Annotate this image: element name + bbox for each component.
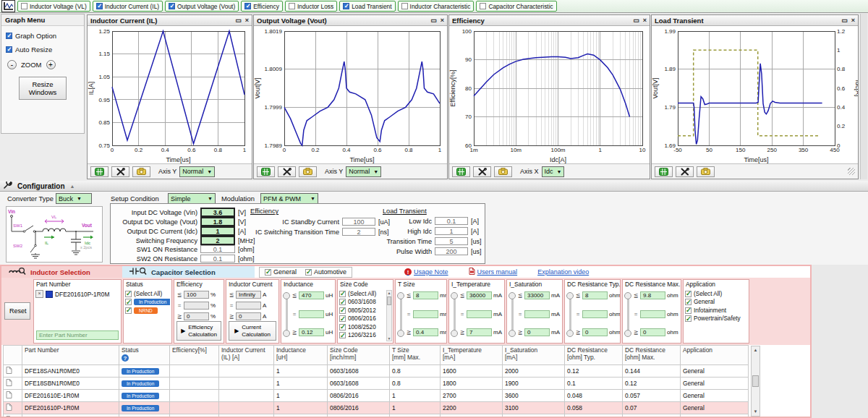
table-row-dfe18sbn1r0me0[interactable]: DFE18SBN1R0ME0In Production10603/16080.8… bbox=[4, 378, 749, 390]
snapshot-button[interactable] bbox=[299, 166, 317, 177]
chart-settings-button[interactable] bbox=[111, 166, 129, 177]
column-header-i-saturation-ma[interactable]: I_Saturation[mA] bbox=[503, 346, 565, 365]
checkbox[interactable] bbox=[244, 3, 251, 9]
graph-toggle-inductor-characteristic[interactable]: Inductor Characteristic bbox=[398, 1, 475, 12]
column-header-t-size-mm-max[interactable]: T Size[mm] Max. bbox=[390, 346, 441, 365]
list-scrollbar[interactable]: ▲▼ bbox=[386, 290, 392, 341]
export-csv-button[interactable] bbox=[452, 166, 470, 177]
column-header-size-code-inch-mm[interactable]: Size Code[inch/mm] bbox=[328, 346, 390, 365]
scroll-thumb[interactable] bbox=[387, 297, 391, 305]
field-value[interactable]: 200 bbox=[435, 247, 468, 255]
checkbox[interactable] bbox=[343, 3, 349, 9]
automotive-checkbox[interactable]: Automotive bbox=[305, 268, 346, 276]
close-icon[interactable]: × bbox=[245, 17, 249, 24]
configuration-bar[interactable]: Configuration ▲ bbox=[0, 181, 868, 192]
filter-value-input[interactable]: 7 bbox=[467, 328, 492, 336]
close-icon[interactable]: × bbox=[643, 17, 647, 24]
setup-condition-select[interactable]: Simple▼ bbox=[168, 193, 216, 204]
explanation-video-link[interactable]: Explanation video bbox=[537, 268, 589, 276]
checkbox[interactable] bbox=[6, 33, 12, 39]
maximize-icon[interactable]: ▭ bbox=[841, 17, 848, 24]
filter-value-input[interactable]: 8 bbox=[582, 291, 608, 299]
checklist-item[interactable]: 0603/1608 bbox=[339, 299, 391, 305]
table-row-dfe18san1r0me0[interactable]: DFE18SAN1R0ME0In Production10603/16080.8… bbox=[4, 365, 749, 378]
cell-part-number[interactable]: DFE201610E-1R0M bbox=[22, 390, 119, 402]
cell-part-number[interactable]: DFE18SBN1R0ME0 bbox=[22, 378, 119, 390]
efficiency-calculation-button[interactable]: ▶EfficiencyCalculation bbox=[176, 321, 221, 341]
filter-value-input[interactable] bbox=[582, 310, 608, 318]
usage-note-link[interactable]: ! Usage Note bbox=[404, 268, 448, 276]
slider-knob-lower[interactable] bbox=[509, 330, 516, 337]
chart-settings-button[interactable] bbox=[676, 166, 694, 177]
scroll-thumb[interactable] bbox=[752, 375, 759, 387]
auto-resize-checkbox[interactable]: Auto Resize bbox=[6, 46, 80, 54]
column-header-application[interactable]: Application bbox=[681, 346, 749, 365]
checkbox-green[interactable] bbox=[339, 307, 346, 314]
slider-knob-lower[interactable] bbox=[397, 330, 404, 337]
checkbox[interactable] bbox=[289, 3, 295, 9]
maximize-icon[interactable]: ▭ bbox=[430, 17, 437, 24]
export-csv-button[interactable] bbox=[257, 166, 275, 177]
checkbox-green[interactable] bbox=[339, 299, 346, 305]
column-header-inductance-uh[interactable]: Inductance[uH] bbox=[274, 346, 328, 365]
graph-toggle-load-transient[interactable]: Load Transient bbox=[339, 1, 395, 12]
axis-select[interactable]: Idc▼ bbox=[542, 166, 565, 177]
status-filter-item[interactable]: In Production bbox=[125, 299, 170, 305]
column-header-status[interactable]: Status? bbox=[119, 346, 170, 365]
checkbox[interactable] bbox=[305, 269, 312, 276]
snapshot-button[interactable] bbox=[697, 166, 715, 177]
column-header-dc-resistance-ohm-typ[interactable]: DC Resistance[ohm] Typ. bbox=[565, 346, 623, 365]
table-scrollbar[interactable]: ▲ ▼ bbox=[751, 346, 760, 417]
remove-part-icon[interactable]: × bbox=[35, 290, 43, 298]
field-value[interactable]: 3.6 bbox=[200, 208, 235, 217]
maximize-icon[interactable]: ▭ bbox=[235, 17, 242, 24]
checkbox[interactable] bbox=[401, 3, 408, 9]
filter-value-input[interactable]: 100 bbox=[184, 291, 209, 299]
close-icon[interactable]: × bbox=[441, 17, 444, 24]
graph-toggle-inductor-voltage-vl[interactable]: Inductor Voltage (VL) bbox=[17, 1, 90, 12]
filter-value-input[interactable] bbox=[413, 310, 438, 318]
field-value[interactable]: 0.1 bbox=[200, 245, 235, 253]
modulation-select[interactable]: PFM & PWM▼ bbox=[260, 193, 318, 204]
resize-handle[interactable] bbox=[848, 168, 855, 175]
slider-knob-upper[interactable] bbox=[283, 292, 290, 299]
checkbox[interactable] bbox=[6, 46, 12, 53]
graph-toggle-output-voltage-vout[interactable]: Output Voltage (Vout) bbox=[165, 1, 239, 12]
collapse-icon[interactable]: ▲ bbox=[70, 184, 75, 189]
filter-value-input[interactable] bbox=[184, 302, 209, 310]
filter-value-input[interactable]: 8 bbox=[413, 291, 438, 299]
checkbox-green[interactable] bbox=[339, 332, 346, 338]
snapshot-button[interactable] bbox=[132, 166, 150, 177]
tab-capacitor-selection[interactable]: Capacitor Selection bbox=[122, 266, 255, 278]
chart-settings-button[interactable] bbox=[278, 166, 296, 177]
cell-part-number[interactable]: DFE201610P-1R0M bbox=[22, 402, 119, 414]
cell-part-number[interactable]: 1286AS-H-1R0M bbox=[22, 414, 119, 418]
cell-part-number[interactable]: DFE18SAN1R0ME0 bbox=[22, 365, 119, 378]
filter-value-input[interactable]: 0 bbox=[640, 328, 665, 336]
status-filter-item[interactable]: (Select All) bbox=[125, 291, 170, 297]
field-value[interactable]: 1.8 bbox=[200, 217, 235, 226]
range-slider[interactable] bbox=[566, 292, 574, 337]
status-filter-item[interactable]: NRND bbox=[125, 307, 170, 314]
checkbox[interactable] bbox=[265, 269, 271, 276]
checklist-item[interactable]: 0806/2016 bbox=[339, 315, 391, 322]
checkbox-green[interactable] bbox=[125, 299, 132, 305]
checkbox-green[interactable] bbox=[125, 291, 132, 297]
range-slider[interactable] bbox=[451, 292, 459, 337]
checklist-item[interactable]: Infotainment bbox=[685, 307, 747, 314]
checklist-item[interactable]: 1008/2520 bbox=[339, 324, 391, 330]
scroll-down-icon[interactable]: ▼ bbox=[752, 408, 760, 416]
filter-value-input[interactable] bbox=[640, 310, 665, 318]
column-header-efficiency[interactable]: Efficiency[%] bbox=[170, 346, 219, 365]
column-header-i-temperature-ma[interactable]: I_Temperature[mA] bbox=[441, 346, 503, 365]
field-value[interactable]: 1 bbox=[200, 226, 235, 236]
table-row-dfe201610p-1r0m[interactable]: DFE201610P-1R0MIn Production10806/201612… bbox=[4, 402, 749, 414]
checkbox-green[interactable] bbox=[685, 315, 692, 322]
help-icon[interactable]: ? bbox=[122, 354, 129, 362]
checklist-item[interactable]: (Select All) bbox=[685, 291, 747, 297]
graph-toggle-efficiency[interactable]: Efficiency bbox=[241, 1, 283, 12]
checkbox-green[interactable] bbox=[685, 299, 692, 305]
field-value[interactable]: 100 bbox=[342, 218, 375, 226]
reset-button[interactable]: Reset bbox=[4, 302, 30, 320]
field-value[interactable]: 2 bbox=[200, 236, 235, 245]
